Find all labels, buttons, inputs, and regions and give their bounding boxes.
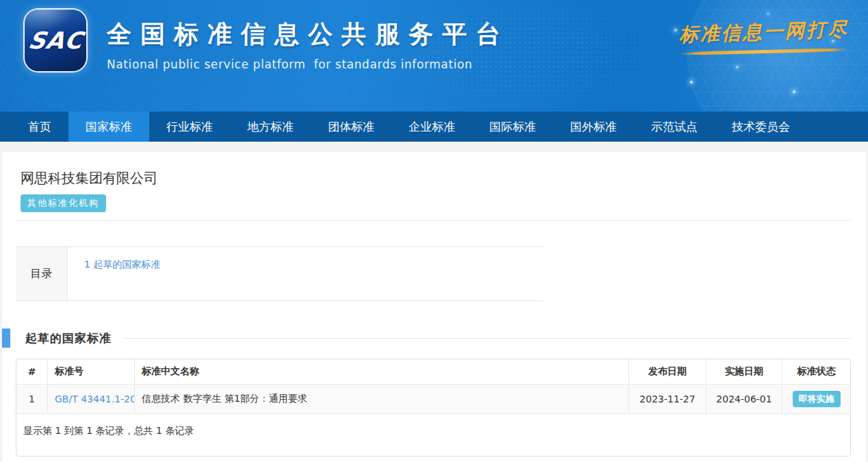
status-badge: 即将实施 xyxy=(793,391,841,407)
cell-status: 即将实施 xyxy=(782,385,851,414)
nav-shadow-band xyxy=(0,142,868,152)
nav-item-technical-committees[interactable]: 技术委员会 xyxy=(715,112,807,142)
standards-table: # 标准号 标准中文名称 发布日期 实施日期 标准状态 1 GB/T 43441… xyxy=(16,359,851,414)
pagination-summary: 显示第 1 到第 1 条记录，总共 1 条记录 xyxy=(16,414,850,456)
col-header-publish-date: 发布日期 xyxy=(629,359,706,385)
section-marker xyxy=(2,329,10,348)
table-row: 1 GB/T 43441.1-2023 信息技术 数字孪生 第1部分：通用要求 … xyxy=(16,385,851,414)
toc-link-drafted-national-standards[interactable]: 1 起草的国家标准 xyxy=(84,259,160,270)
cell-implement-date: 2024-06-01 xyxy=(706,385,782,414)
col-header-status: 标准状态 xyxy=(782,359,851,385)
content-area: 网思科技集团有限公司 其他标准化机构 目录 1 起草的国家标准 起草的国家标准 xyxy=(1,152,867,462)
cell-standard-name: 信息技术 数字孪生 第1部分：通用要求 xyxy=(135,385,629,414)
decor-glow-dot xyxy=(674,29,677,31)
cell-index: 1 xyxy=(16,385,48,414)
nav-item-international-standards[interactable]: 国际标准 xyxy=(472,112,553,142)
col-header-implement-date: 实施日期 xyxy=(706,359,782,385)
section-header: 起草的国家标准 xyxy=(2,329,866,348)
decor-glow-dot xyxy=(690,81,693,84)
slogan: 标准信息一网打尽 xyxy=(679,19,849,53)
standard-code-link[interactable]: GB/T 43441.1-2023 xyxy=(55,394,135,405)
standards-table-card: # 标准号 标准中文名称 发布日期 实施日期 标准状态 1 GB/T 43441… xyxy=(16,359,851,457)
slogan-text: 标准信息一网打尽 xyxy=(678,16,849,49)
sac-logo-text: SAC xyxy=(26,27,85,54)
col-header-index: # xyxy=(16,359,48,385)
site-subtitle: National public service platform for sta… xyxy=(107,57,509,71)
org-name: 网思科技集团有限公司 xyxy=(21,169,866,188)
cell-standard-code: GB/T 43441.1-2023 xyxy=(48,385,135,414)
col-header-standard-code: 标准号 xyxy=(48,359,135,385)
site-titles: 全国标准信息公共服务平台 National public service pla… xyxy=(107,18,509,71)
decor-glow-dot xyxy=(767,12,769,15)
nav-item-home[interactable]: 首页 xyxy=(11,112,68,142)
org-type-badge: 其他标准化机构 xyxy=(21,194,106,212)
site-header: SAC 全国标准信息公共服务平台 National public service… xyxy=(0,0,868,112)
nav-item-foreign-standards[interactable]: 国外标准 xyxy=(553,112,634,142)
nav-item-industry-standards[interactable]: 行业标准 xyxy=(149,112,230,142)
nav-item-pilot-demonstration[interactable]: 示范试点 xyxy=(634,112,715,142)
page: SAC 全国标准信息公共服务平台 National public service… xyxy=(0,0,868,462)
section-title: 起草的国家标准 xyxy=(25,331,112,346)
decor-glow-dot xyxy=(736,66,739,68)
nav-item-local-standards[interactable]: 地方标准 xyxy=(230,112,311,142)
decor-glow-dot xyxy=(793,90,795,93)
section-rule xyxy=(124,338,851,339)
sac-logo[interactable]: SAC xyxy=(25,10,86,71)
toc-label: 目录 xyxy=(16,247,68,300)
divider-line xyxy=(16,220,851,221)
main-nav: 首页 国家标准 行业标准 地方标准 团体标准 企业标准 国际标准 国外标准 示范… xyxy=(0,112,868,142)
nav-item-national-standards[interactable]: 国家标准 xyxy=(68,112,149,142)
cell-publish-date: 2023-11-27 xyxy=(629,385,706,414)
nav-item-group-standards[interactable]: 团体标准 xyxy=(311,112,392,142)
site-title: 全国标准信息公共服务平台 xyxy=(107,18,509,51)
toc-box: 目录 1 起草的国家标准 xyxy=(16,246,543,301)
nav-item-enterprise-standards[interactable]: 企业标准 xyxy=(392,112,472,142)
toc-body: 1 起草的国家标准 xyxy=(68,247,543,300)
col-header-standard-name: 标准中文名称 xyxy=(135,359,629,385)
table-header-row: # 标准号 标准中文名称 发布日期 实施日期 标准状态 xyxy=(16,359,851,385)
